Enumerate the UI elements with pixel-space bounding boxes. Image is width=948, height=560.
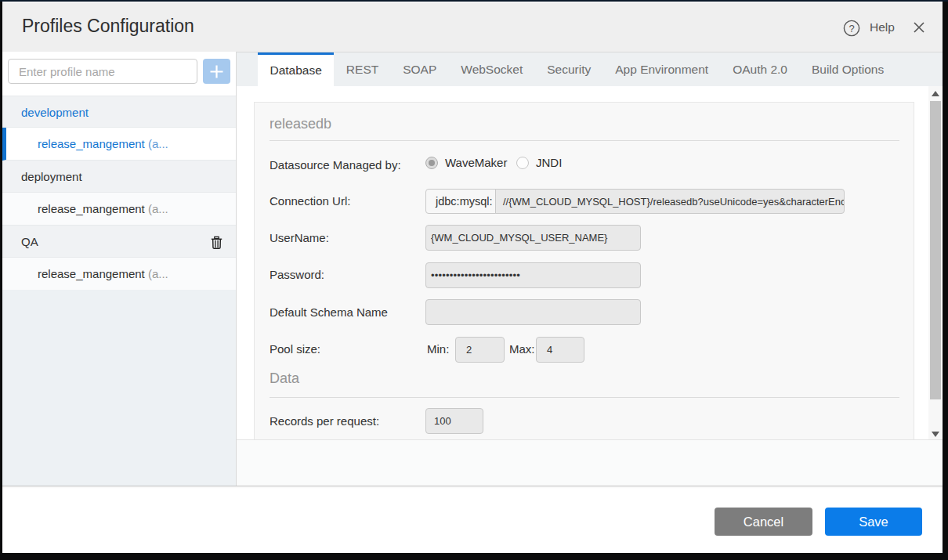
svg-text:?: ? (848, 23, 854, 34)
